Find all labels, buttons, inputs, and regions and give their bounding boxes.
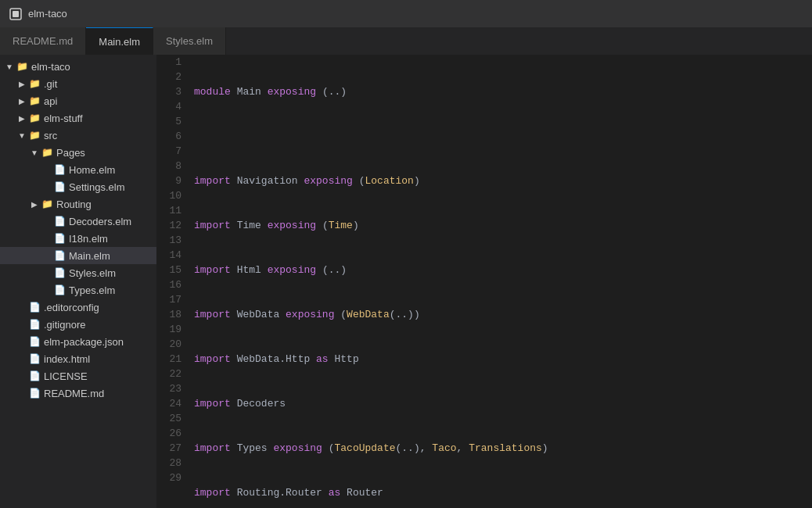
sidebar-item-elm-taco[interactable]: ▼ 📁 elm-taco <box>0 58 156 75</box>
sidebar-item-label: api <box>44 95 57 107</box>
tab-bar: README.md Main.elm Styles.elm <box>0 27 812 55</box>
tab-main[interactable]: Main.elm <box>86 27 153 55</box>
sidebar-item-label: elm-stuff <box>44 113 83 124</box>
file-icon: 📄 <box>28 387 41 399</box>
line-numbers: 1 2 3 4 5 6 7 8 9 10 11 12 13 14 15 16 1… <box>156 55 188 508</box>
code-line-9: import Types exposing (TacoUpdate(..), T… <box>194 441 806 456</box>
sidebar-item-readme-md[interactable]: ▶ 📄 README.md <box>0 385 156 402</box>
code-line-10: import Routing.Router as Router <box>194 485 806 500</box>
sidebar-item-label: LICENSE <box>44 370 88 382</box>
sidebar-item-elm-package-json[interactable]: ▶ 📄 elm-package.json <box>0 333 156 350</box>
main-area: ▼ 📁 elm-taco ▶ 📁 .git ▶ 📁 api ▶ 📁 elm-st… <box>0 55 812 508</box>
sidebar-item-label: Main.elm <box>69 250 110 262</box>
sidebar-item-label: elm-taco <box>31 61 70 73</box>
file-icon: 📄 <box>53 284 66 296</box>
code-line-1: module Main exposing (..) <box>194 84 806 99</box>
sidebar-item-label: .git <box>44 78 57 90</box>
sidebar-item-label: Styles.elm <box>69 267 116 279</box>
sidebar-item-main-elm[interactable]: ▶ 📄 Main.elm <box>0 247 156 264</box>
svg-rect-1 <box>13 11 19 17</box>
sidebar-item-label: .editorconfig <box>44 302 99 313</box>
file-icon: 📄 <box>53 267 66 279</box>
sidebar-item-settings-elm[interactable]: ▶ 📄 Settings.elm <box>0 178 156 195</box>
sidebar-item-api[interactable]: ▶ 📁 api <box>0 92 156 109</box>
sidebar-item-i18n-elm[interactable]: ▶ 📄 I18n.elm <box>0 230 156 247</box>
folder-icon: 📁 <box>28 112 41 124</box>
code-line-6: import WebData exposing (WebData(..)) <box>194 307 806 322</box>
file-icon: 📄 <box>28 318 41 331</box>
sidebar-item-decoders-elm[interactable]: ▶ 📄 Decoders.elm <box>0 213 156 230</box>
app-icon <box>9 8 22 20</box>
folder-icon: 📁 <box>41 198 53 210</box>
sidebar-item-home-elm[interactable]: ▶ 📄 Home.elm <box>0 161 156 178</box>
sidebar-item-label: elm-package.json <box>44 336 124 348</box>
sidebar-item-label: Decoders.elm <box>69 216 131 227</box>
sidebar-item-label: Home.elm <box>69 164 115 176</box>
folder-icon: 📁 <box>28 129 41 141</box>
sidebar-item-elm-stuff[interactable]: ▶ 📁 elm-stuff <box>0 109 156 127</box>
code-line-5: import Html exposing (..) <box>194 263 806 277</box>
sidebar-item-label: Routing <box>56 199 92 210</box>
sidebar-item-label: index.html <box>44 353 90 365</box>
tab-styles[interactable]: Styles.elm <box>153 27 226 55</box>
arrow-icon: ▶ <box>16 77 28 90</box>
title-bar: elm-taco <box>0 0 812 27</box>
tab-readme[interactable]: README.md <box>0 27 86 55</box>
editor-area[interactable]: 1 2 3 4 5 6 7 8 9 10 11 12 13 14 15 16 1… <box>156 55 812 508</box>
sidebar: ▼ 📁 elm-taco ▶ 📁 .git ▶ 📁 api ▶ 📁 elm-st… <box>0 55 156 508</box>
code-line-7: import WebData.Http as Http <box>194 352 806 367</box>
folder-icon: 📁 <box>28 95 41 107</box>
sidebar-item-label: README.md <box>44 388 104 399</box>
file-icon: 📄 <box>53 232 66 245</box>
sidebar-item-gitignore[interactable]: ▶ 📄 .gitignore <box>0 316 156 333</box>
sidebar-item-label: Pages <box>56 147 85 159</box>
sidebar-item-src[interactable]: ▼ 📁 src <box>0 127 156 144</box>
sidebar-item-label: .gitignore <box>44 319 85 331</box>
code-line-2 <box>194 129 806 144</box>
file-icon: 📄 <box>28 335 41 348</box>
file-icon: 📄 <box>28 370 41 382</box>
folder-icon: 📁 <box>28 77 41 90</box>
file-icon: 📄 <box>53 215 66 227</box>
folder-icon: 📁 <box>41 146 53 159</box>
arrow-icon: ▶ <box>16 95 28 107</box>
arrow-icon: ▼ <box>28 146 41 159</box>
code-content: module Main exposing (..) import Navigat… <box>188 55 812 508</box>
sidebar-item-license[interactable]: ▶ 📄 LICENSE <box>0 367 156 385</box>
file-icon: 📄 <box>28 301 41 313</box>
arrow-icon: ▼ <box>16 129 28 141</box>
sidebar-item-label: src <box>44 130 57 141</box>
project-title: elm-taco <box>28 8 67 20</box>
code-line-4: import Time exposing (Time) <box>194 218 806 233</box>
arrow-icon: ▶ <box>16 112 28 124</box>
sidebar-item-label: Settings.elm <box>69 181 125 193</box>
arrow-icon: ▼ <box>3 60 16 73</box>
arrow-icon: ▶ <box>28 198 41 210</box>
sidebar-item-routing[interactable]: ▶ 📁 Routing <box>0 195 156 213</box>
file-icon: 📄 <box>53 181 66 193</box>
sidebar-item-editorconfig[interactable]: ▶ 📄 .editorconfig <box>0 299 156 316</box>
sidebar-item-git[interactable]: ▶ 📁 .git <box>0 75 156 92</box>
code-line-3: import Navigation exposing (Location) <box>194 174 806 188</box>
sidebar-item-label: I18n.elm <box>69 233 108 245</box>
code-line-8: import Decoders <box>194 396 806 411</box>
folder-icon: 📁 <box>16 60 28 73</box>
sidebar-item-label: Types.elm <box>69 284 115 296</box>
file-icon: 📄 <box>28 352 41 365</box>
file-icon: 📄 <box>53 249 66 262</box>
sidebar-item-index-html[interactable]: ▶ 📄 index.html <box>0 350 156 367</box>
sidebar-item-pages[interactable]: ▼ 📁 Pages <box>0 144 156 161</box>
sidebar-item-types-elm[interactable]: ▶ 📄 Types.elm <box>0 281 156 299</box>
file-icon: 📄 <box>53 163 66 176</box>
sidebar-item-styles-elm[interactable]: ▶ 📄 Styles.elm <box>0 264 156 281</box>
